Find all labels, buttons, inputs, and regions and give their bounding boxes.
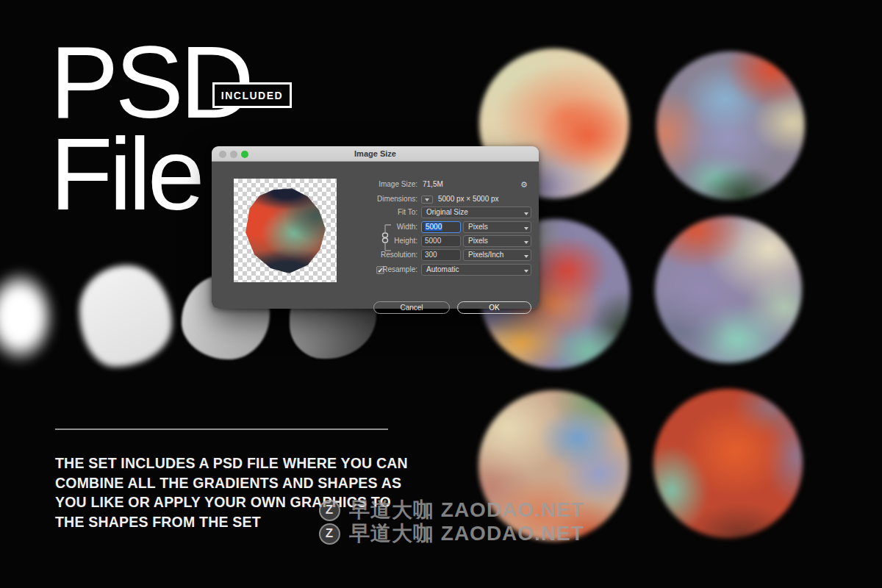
gear-icon[interactable]: ⚙ (520, 180, 528, 189)
chevron-down-icon (523, 252, 530, 259)
fit-to-select[interactable]: Original Size (421, 207, 531, 218)
width-unit-select[interactable]: Pixels (463, 221, 531, 233)
height-input[interactable]: 5000 (421, 235, 461, 247)
width-unit-value: Pixels (468, 223, 488, 231)
ok-button[interactable]: OK (457, 301, 531, 314)
resolution-label: Resolution: (357, 249, 417, 261)
height-value: 5000 (425, 237, 441, 245)
width-value: 5000 (425, 223, 442, 231)
shape-blob-1 (0, 269, 56, 365)
included-badge: INCLUDED (212, 82, 292, 108)
watermark-row-2: Z 早道大咖 ZAODAO.NET (319, 520, 584, 548)
height-unit-select[interactable]: Pixels (463, 235, 531, 247)
chevron-down-icon (523, 238, 530, 245)
gradient-orb-4 (655, 216, 802, 363)
resolution-unit-select[interactable]: Pixels/Inch (463, 249, 531, 261)
width-label: Width: (357, 221, 417, 233)
watermark-text: 早道大咖 ZAODAO.NET (349, 520, 584, 548)
image-size-label: Image Size: (357, 179, 417, 190)
gradient-orb-6 (653, 389, 803, 538)
divider-line (55, 429, 388, 430)
watermark-z-icon: Z (319, 500, 340, 521)
fit-to-value: Original Size (426, 208, 468, 216)
resample-select[interactable]: Automatic (421, 264, 531, 276)
resolution-input[interactable]: 300 (421, 249, 461, 261)
shape-blob-2 (79, 265, 172, 367)
dimensions-chevron-down-icon[interactable] (421, 196, 433, 204)
resample-value: Automatic (426, 265, 459, 273)
dimensions-label: Dimensions: (357, 193, 417, 205)
dimensions-value: 5000 px × 5000 px (438, 193, 499, 205)
dialog-titlebar[interactable]: Image Size (212, 146, 539, 162)
resolution-value: 300 (425, 251, 437, 259)
description-line: COMBINE ALL THE GRADIENTS AND SHAPES AS (55, 473, 408, 493)
fit-to-label: Fit To: (357, 207, 417, 218)
resolution-unit-value: Pixels/Inch (468, 251, 503, 259)
height-unit-value: Pixels (468, 237, 488, 245)
chevron-down-icon (523, 224, 530, 232)
image-size-dialog: Image Size Image Size: 71,5M ⚙ Dimension… (212, 146, 539, 309)
dialog-body: Image Size: 71,5M ⚙ Dimensions: 5000 px … (212, 162, 539, 309)
cancel-button[interactable]: Cancel (373, 301, 450, 314)
chevron-down-icon (523, 209, 530, 217)
chevron-down-icon (523, 267, 530, 274)
dialog-title: Image Size (212, 146, 539, 162)
image-size-value: 71,5M (423, 179, 443, 190)
resample-label: Resample: (357, 264, 417, 276)
watermark-z-icon: Z (319, 523, 340, 545)
description-line: THE SET INCLUDES A PSD FILE WHERE YOU CA… (55, 453, 408, 473)
height-label: Height: (357, 235, 417, 247)
hero-title-line2: File (50, 123, 201, 226)
gradient-orb-2 (656, 51, 805, 200)
width-input[interactable]: 5000 (421, 221, 461, 233)
